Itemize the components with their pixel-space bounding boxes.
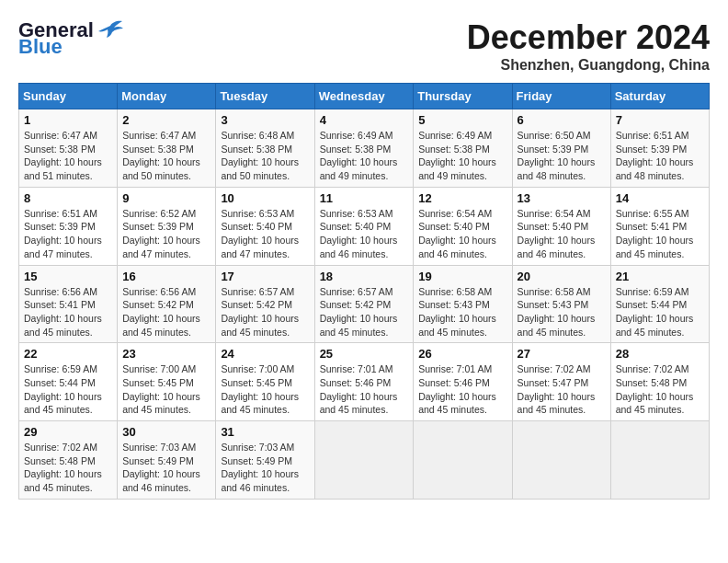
day-number: 15 — [24, 270, 112, 283]
day-number: 21 — [616, 270, 704, 283]
day-number: 7 — [616, 113, 704, 127]
day-cell — [414, 421, 512, 500]
page-header: General Blue December 2024 Shenzhen, Gua… — [18, 18, 710, 74]
calendar-table: SundayMondayTuesdayWednesdayThursdayFrid… — [18, 83, 710, 500]
day-info: Sunrise: 6:53 AM Sunset: 5:40 PM Dayligh… — [221, 207, 309, 261]
day-cell: 15Sunrise: 6:56 AM Sunset: 5:41 PM Dayli… — [19, 265, 118, 343]
header-tuesday: Tuesday — [216, 84, 314, 109]
day-number: 22 — [24, 347, 112, 361]
day-number: 3 — [221, 113, 309, 127]
day-number: 24 — [221, 347, 309, 361]
day-info: Sunrise: 7:01 AM Sunset: 5:46 PM Dayligh… — [418, 362, 506, 417]
header-friday: Friday — [512, 84, 610, 109]
day-cell: 8Sunrise: 6:51 AM Sunset: 5:39 PM Daylig… — [19, 187, 118, 265]
day-cell: 6Sunrise: 6:50 AM Sunset: 5:39 PM Daylig… — [512, 109, 610, 188]
day-info: Sunrise: 6:47 AM Sunset: 5:38 PM Dayligh… — [122, 129, 210, 183]
day-info: Sunrise: 7:02 AM Sunset: 5:48 PM Dayligh… — [616, 362, 704, 417]
day-number: 13 — [518, 191, 606, 205]
day-cell: 1Sunrise: 6:47 AM Sunset: 5:38 PM Daylig… — [19, 109, 118, 188]
day-number: 18 — [320, 270, 409, 283]
day-info: Sunrise: 6:49 AM Sunset: 5:38 PM Dayligh… — [418, 129, 506, 183]
day-number: 16 — [122, 270, 210, 283]
day-info: Sunrise: 6:59 AM Sunset: 5:44 PM Dayligh… — [24, 362, 112, 417]
day-info: Sunrise: 6:48 AM Sunset: 5:38 PM Dayligh… — [221, 129, 309, 183]
day-cell: 29Sunrise: 7:02 AM Sunset: 5:48 PM Dayli… — [19, 421, 118, 500]
day-cell: 28Sunrise: 7:02 AM Sunset: 5:48 PM Dayli… — [610, 343, 709, 421]
day-number: 2 — [122, 113, 210, 127]
day-cell: 19Sunrise: 6:58 AM Sunset: 5:43 PM Dayli… — [414, 265, 512, 343]
day-number: 29 — [24, 425, 112, 439]
day-cell: 25Sunrise: 7:01 AM Sunset: 5:46 PM Dayli… — [314, 343, 414, 421]
day-cell: 10Sunrise: 6:53 AM Sunset: 5:40 PM Dayli… — [216, 187, 314, 265]
week-row-2: 8Sunrise: 6:51 AM Sunset: 5:39 PM Daylig… — [19, 187, 710, 265]
day-cell: 5Sunrise: 6:49 AM Sunset: 5:38 PM Daylig… — [414, 109, 512, 188]
day-number: 11 — [320, 191, 409, 205]
logo-bird-icon — [97, 18, 123, 39]
day-cell: 22Sunrise: 6:59 AM Sunset: 5:44 PM Dayli… — [19, 343, 118, 421]
day-info: Sunrise: 6:51 AM Sunset: 5:39 PM Dayligh… — [616, 129, 704, 183]
day-cell: 26Sunrise: 7:01 AM Sunset: 5:46 PM Dayli… — [414, 343, 512, 421]
day-number: 9 — [122, 191, 210, 205]
day-cell: 17Sunrise: 6:57 AM Sunset: 5:42 PM Dayli… — [216, 265, 314, 343]
day-info: Sunrise: 7:03 AM Sunset: 5:49 PM Dayligh… — [221, 441, 309, 495]
day-info: Sunrise: 6:55 AM Sunset: 5:41 PM Dayligh… — [616, 207, 704, 261]
day-info: Sunrise: 6:52 AM Sunset: 5:39 PM Dayligh… — [122, 207, 210, 261]
header-row: SundayMondayTuesdayWednesdayThursdayFrid… — [19, 84, 710, 109]
day-number: 17 — [221, 270, 309, 283]
day-number: 12 — [418, 191, 506, 205]
day-info: Sunrise: 6:56 AM Sunset: 5:41 PM Dayligh… — [24, 285, 112, 339]
day-number: 31 — [221, 425, 309, 439]
day-cell: 12Sunrise: 6:54 AM Sunset: 5:40 PM Dayli… — [414, 187, 512, 265]
day-number: 30 — [122, 425, 210, 439]
day-cell: 2Sunrise: 6:47 AM Sunset: 5:38 PM Daylig… — [118, 109, 216, 188]
day-info: Sunrise: 6:59 AM Sunset: 5:44 PM Dayligh… — [616, 285, 704, 339]
day-info: Sunrise: 6:50 AM Sunset: 5:39 PM Dayligh… — [518, 129, 606, 183]
day-cell — [610, 421, 709, 500]
day-info: Sunrise: 7:00 AM Sunset: 5:45 PM Dayligh… — [122, 362, 210, 417]
day-info: Sunrise: 6:56 AM Sunset: 5:42 PM Dayligh… — [122, 285, 210, 339]
day-info: Sunrise: 6:49 AM Sunset: 5:38 PM Dayligh… — [320, 129, 409, 183]
day-cell: 14Sunrise: 6:55 AM Sunset: 5:41 PM Dayli… — [610, 187, 709, 265]
day-cell — [314, 421, 414, 500]
day-cell: 18Sunrise: 6:57 AM Sunset: 5:42 PM Dayli… — [314, 265, 414, 343]
day-cell — [512, 421, 610, 500]
day-number: 6 — [518, 113, 606, 127]
subtitle: Shenzhen, Guangdong, China — [467, 57, 710, 74]
day-number: 27 — [518, 347, 606, 361]
day-number: 5 — [418, 113, 506, 127]
day-info: Sunrise: 7:03 AM Sunset: 5:49 PM Dayligh… — [122, 441, 210, 495]
day-info: Sunrise: 6:57 AM Sunset: 5:42 PM Dayligh… — [221, 285, 309, 339]
day-number: 10 — [221, 191, 309, 205]
week-row-1: 1Sunrise: 6:47 AM Sunset: 5:38 PM Daylig… — [19, 109, 710, 188]
day-info: Sunrise: 6:51 AM Sunset: 5:39 PM Dayligh… — [24, 207, 112, 261]
day-number: 4 — [320, 113, 409, 127]
day-cell: 20Sunrise: 6:58 AM Sunset: 5:43 PM Dayli… — [512, 265, 610, 343]
week-row-4: 22Sunrise: 6:59 AM Sunset: 5:44 PM Dayli… — [19, 343, 710, 421]
calendar-header: SundayMondayTuesdayWednesdayThursdayFrid… — [19, 84, 710, 109]
day-number: 23 — [122, 347, 210, 361]
day-cell: 9Sunrise: 6:52 AM Sunset: 5:39 PM Daylig… — [118, 187, 216, 265]
day-info: Sunrise: 6:47 AM Sunset: 5:38 PM Dayligh… — [24, 129, 112, 183]
logo: General Blue — [18, 18, 123, 59]
day-cell: 24Sunrise: 7:00 AM Sunset: 5:45 PM Dayli… — [216, 343, 314, 421]
day-number: 28 — [616, 347, 704, 361]
day-number: 19 — [418, 270, 506, 283]
title-area: December 2024 Shenzhen, Guangdong, China — [467, 18, 710, 74]
calendar-body: 1Sunrise: 6:47 AM Sunset: 5:38 PM Daylig… — [19, 109, 710, 500]
day-info: Sunrise: 6:57 AM Sunset: 5:42 PM Dayligh… — [320, 285, 409, 339]
day-info: Sunrise: 7:00 AM Sunset: 5:45 PM Dayligh… — [221, 362, 309, 417]
header-thursday: Thursday — [414, 84, 512, 109]
main-title: December 2024 — [467, 18, 710, 57]
day-info: Sunrise: 7:02 AM Sunset: 5:48 PM Dayligh… — [24, 441, 112, 495]
header-wednesday: Wednesday — [314, 84, 414, 109]
week-row-5: 29Sunrise: 7:02 AM Sunset: 5:48 PM Dayli… — [19, 421, 710, 500]
day-number: 26 — [418, 347, 506, 361]
day-number: 8 — [24, 191, 112, 205]
day-info: Sunrise: 6:53 AM Sunset: 5:40 PM Dayligh… — [320, 207, 409, 261]
day-cell: 11Sunrise: 6:53 AM Sunset: 5:40 PM Dayli… — [314, 187, 414, 265]
day-cell: 27Sunrise: 7:02 AM Sunset: 5:47 PM Dayli… — [512, 343, 610, 421]
day-info: Sunrise: 6:54 AM Sunset: 5:40 PM Dayligh… — [418, 207, 506, 261]
day-info: Sunrise: 7:02 AM Sunset: 5:47 PM Dayligh… — [518, 362, 606, 417]
day-cell: 23Sunrise: 7:00 AM Sunset: 5:45 PM Dayli… — [118, 343, 216, 421]
day-cell: 16Sunrise: 6:56 AM Sunset: 5:42 PM Dayli… — [118, 265, 216, 343]
